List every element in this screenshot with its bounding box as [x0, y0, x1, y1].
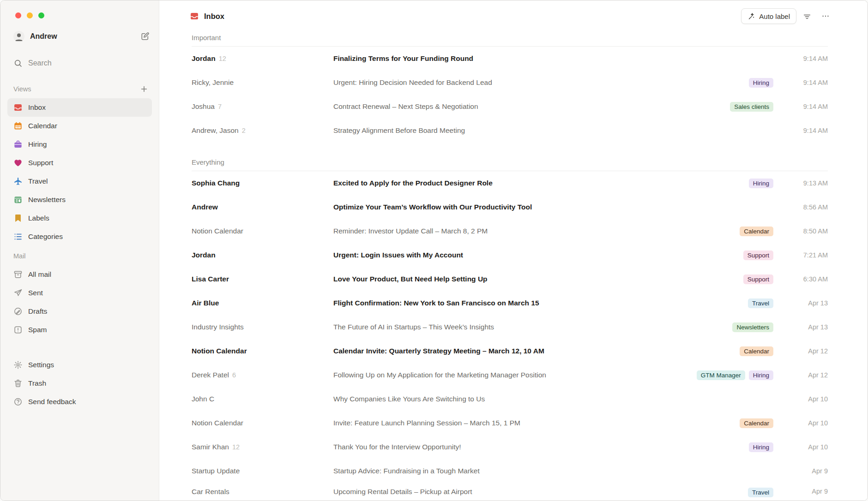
sidebar-item-labels[interactable]: Labels	[7, 209, 152, 227]
email-time: Apr 9	[784, 488, 828, 495]
search-placeholder: Search	[28, 59, 52, 67]
email-time: 8:50 AM	[784, 227, 828, 235]
label-chip[interactable]: Hiring	[749, 179, 773, 188]
main-panel: Inbox Auto label ImportantJordan12Finali…	[159, 0, 868, 501]
email-row[interactable]: Car RentalsUpcoming Rental Details – Pic…	[185, 483, 828, 501]
sidebar-item-label: Support	[28, 159, 53, 167]
sidebar-item-newsletters[interactable]: Newsletters	[7, 191, 152, 209]
email-labels: Newsletters	[732, 322, 784, 332]
sidebar-item-label: Labels	[28, 214, 49, 222]
email-labels: Calendar	[740, 227, 784, 236]
gear-icon	[13, 360, 23, 370]
filter-button[interactable]	[799, 8, 815, 24]
email-subject: Contract Renewal – Next Steps & Negotiat…	[333, 102, 730, 111]
sidebar: Andrew Search Views InboxCalendarHiringS…	[0, 0, 159, 501]
email-row[interactable]: Derek Patel6Following Up on My Applicati…	[185, 363, 828, 387]
label-chip[interactable]: Calendar	[740, 227, 773, 236]
sidebar-item-trash[interactable]: Trash	[7, 374, 152, 393]
compose-button[interactable]	[138, 30, 152, 43]
email-time: Apr 12	[784, 371, 828, 379]
sidebar-item-send-feedback[interactable]: Send feedback	[7, 393, 152, 411]
sidebar-item-sent[interactable]: Sent	[7, 284, 152, 302]
label-chip[interactable]: Support	[743, 274, 773, 284]
email-time: Apr 10	[784, 395, 828, 403]
sidebar-item-label: Drafts	[28, 307, 47, 316]
label-chip[interactable]: Travel	[748, 298, 773, 308]
email-time: 9:14 AM	[784, 127, 828, 134]
email-subject: Optimize Your Team’s Workflow with Our P…	[333, 203, 773, 211]
email-row[interactable]: John CWhy Companies Like Yours Are Switc…	[185, 387, 828, 411]
zoom-button[interactable]	[38, 12, 44, 18]
email-subject: Thank You for the Interview Opportunity!	[333, 443, 749, 451]
email-row[interactable]: Notion CalendarInvite: Feature Launch Pl…	[185, 411, 828, 435]
email-sender: Derek Patel6	[192, 371, 333, 379]
help-icon	[13, 397, 23, 406]
email-list: ImportantJordan12Finalizing Terms for Yo…	[159, 28, 868, 501]
auto-label-text: Auto label	[759, 12, 790, 20]
list-icon	[13, 232, 23, 241]
email-row[interactable]: Sophia ChangExcited to Apply for the Pro…	[185, 171, 828, 195]
email-row[interactable]: Notion CalendarCalendar Invite: Quarterl…	[185, 339, 828, 363]
mail-label: Mail	[13, 252, 150, 260]
add-view-button[interactable]	[139, 84, 150, 95]
account-row: Andrew	[7, 27, 152, 46]
email-row[interactable]: Industry InsightsThe Future of AI in Sta…	[185, 315, 828, 339]
minimize-button[interactable]	[27, 12, 33, 18]
sidebar-item-spam[interactable]: Spam	[7, 321, 152, 339]
sidebar-item-settings[interactable]: Settings	[7, 356, 152, 374]
account-name[interactable]: Andrew	[30, 32, 138, 41]
email-subject: Following Up on My Application for the M…	[333, 371, 697, 379]
thread-count: 6	[232, 371, 236, 379]
sidebar-item-label: Send feedback	[28, 398, 76, 406]
sidebar-item-inbox[interactable]: Inbox	[7, 98, 152, 117]
sidebar-item-travel[interactable]: Travel	[7, 172, 152, 191]
auto-label-button[interactable]: Auto label	[741, 8, 796, 24]
sidebar-item-label: Settings	[28, 361, 54, 369]
email-row[interactable]: Jordan12Finalizing Terms for Your Fundin…	[185, 47, 828, 71]
label-chip[interactable]: GTM Manager	[697, 370, 745, 380]
send-icon	[13, 288, 23, 298]
email-section-everything: EverythingSophia ChangExcited to Apply f…	[185, 158, 828, 501]
email-row[interactable]: AndrewOptimize Your Team’s Workflow with…	[185, 195, 828, 219]
label-chip[interactable]: Hiring	[749, 370, 773, 380]
search-input[interactable]: Search	[7, 55, 152, 72]
sidebar-item-calendar[interactable]: Calendar	[7, 117, 152, 135]
email-subject: Finalizing Terms for Your Funding Round	[333, 54, 773, 63]
email-sender: Notion Calendar	[192, 227, 333, 235]
avatar	[13, 31, 24, 42]
sidebar-item-hiring[interactable]: Hiring	[7, 135, 152, 154]
email-section-important: ImportantJordan12Finalizing Terms for Yo…	[185, 34, 828, 143]
inbox-icon	[190, 12, 199, 21]
label-chip[interactable]: Travel	[748, 488, 773, 497]
email-sender: Ricky, Jennie	[192, 78, 333, 87]
label-chip[interactable]: Hiring	[749, 78, 773, 88]
email-row[interactable]: JordanUrgent: Login Issues with My Accou…	[185, 243, 828, 267]
label-chip[interactable]: Support	[743, 250, 773, 260]
email-row[interactable]: Air BlueFlight Confirmation: New York to…	[185, 291, 828, 315]
sidebar-item-drafts[interactable]: Drafts	[7, 302, 152, 321]
label-chip[interactable]: Sales clients	[730, 102, 773, 112]
email-row[interactable]: Startup UpdateStartup Advice: Fundraisin…	[185, 459, 828, 483]
sidebar-item-all-mail[interactable]: All mail	[7, 265, 152, 284]
auto-label-icon	[747, 12, 755, 20]
email-row[interactable]: Joshua7Contract Renewal – Next Steps & N…	[185, 95, 828, 119]
sidebar-item-support[interactable]: Support	[7, 154, 152, 172]
sidebar-item-label: Inbox	[28, 103, 46, 112]
email-row[interactable]: Samir Khan12Thank You for the Interview …	[185, 435, 828, 459]
email-row[interactable]: Lisa CarterLove Your Product, But Need H…	[185, 267, 828, 291]
bookmark-icon	[13, 214, 23, 223]
email-row[interactable]: Ricky, JennieUrgent: Hiring Decision Nee…	[185, 71, 828, 95]
label-chip[interactable]: Calendar	[740, 418, 773, 428]
more-button[interactable]	[818, 8, 833, 24]
close-button[interactable]	[15, 12, 21, 18]
label-chip[interactable]: Hiring	[749, 442, 773, 452]
heart-icon	[13, 158, 23, 167]
email-row[interactable]: Notion CalendarReminder: Investor Update…	[185, 219, 828, 243]
label-chip[interactable]: Calendar	[740, 346, 773, 356]
sidebar-item-categories[interactable]: Categories	[7, 227, 152, 246]
email-subject: Calendar Invite: Quarterly Strategy Meet…	[333, 347, 740, 355]
filter-lines-icon	[802, 12, 812, 21]
email-row[interactable]: Andrew, Jason2Strategy Alignment Before …	[185, 119, 828, 143]
views-list: InboxCalendarHiringSupportTravelNewslett…	[7, 98, 152, 246]
label-chip[interactable]: Newsletters	[732, 322, 773, 332]
